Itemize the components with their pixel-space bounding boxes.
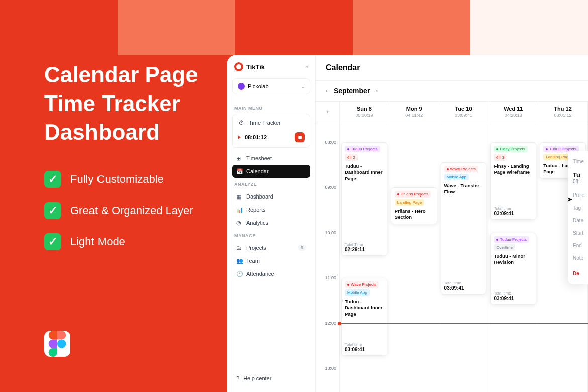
cursor-icon: ➤ — [567, 195, 573, 203]
background-stripes — [0, 0, 588, 55]
calendar-event[interactable]: Wave Projects Mobile App Wave - Transfer… — [441, 162, 487, 295]
tag-icon: 🏷 — [347, 155, 352, 160]
section-label: MAIN MENU — [232, 106, 310, 111]
timer-icon: ⏱ — [239, 120, 245, 126]
sidebar-item-time-tracker[interactable]: ⏱Time Tracker — [235, 116, 308, 129]
feature-item: ✓Great & Organized Layer — [44, 202, 198, 219]
logo-mark-icon — [234, 62, 243, 71]
day-column-tue[interactable]: Wave Projects Mobile App Wave - Transfer… — [439, 122, 489, 392]
time-axis: 08:00 09:00 10:00 11:00 12:00 13:00 — [316, 122, 340, 392]
day-header[interactable]: Thu 1208:01:12 — [538, 102, 588, 122]
day-column-wed[interactable]: Finsy Projects 🏷 3 Finsy - Landing Page … — [488, 122, 538, 392]
event-detail-popup[interactable]: Time Tu 08: Proje Tag Date Start End Not… — [568, 151, 588, 284]
play-icon — [238, 135, 241, 139]
sidebar-item-projects[interactable]: 🗂Projects9 — [232, 241, 310, 254]
sidebar-item-team[interactable]: 👥Team — [232, 254, 310, 267]
help-center-link[interactable]: ?Help center — [232, 372, 310, 385]
hero-title: Calendar Page Time Tracker Dashboard — [44, 60, 198, 147]
check-icon: ✓ — [44, 171, 61, 188]
sidebar-item-analytics[interactable]: ◔Analytics — [232, 216, 310, 229]
projects-icon: 🗂 — [236, 245, 242, 251]
prev-month-button[interactable]: ‹ — [326, 87, 328, 94]
collapse-icon[interactable]: « — [305, 64, 308, 70]
day-column-sun[interactable]: Tuduu Projects 🏷 2 Tuduu - Dashboard Inn… — [340, 122, 389, 392]
projects-count-badge: 9 — [298, 245, 306, 251]
dashboard-icon: ▦ — [236, 193, 242, 200]
attendance-icon: 🕐 — [236, 271, 242, 277]
calendar-event[interactable]: Tuduu Projects Overtime Tuduu - Minor Re… — [490, 233, 536, 305]
sidebar-item-timesheet[interactable]: ⊞Timesheet — [232, 152, 310, 165]
feature-item: ✓Fully Customizable — [44, 171, 198, 188]
delete-button[interactable]: De — [573, 271, 583, 276]
analytics-icon: ◔ — [236, 220, 242, 226]
sidebar-item-calendar[interactable]: 📅Calendar — [232, 165, 310, 178]
section-label: MANAGE — [232, 233, 310, 238]
next-month-button[interactable]: › — [376, 87, 378, 94]
workspace-selector[interactable]: Pickolab ⌄ — [232, 78, 310, 94]
app-logo: TikTik « — [232, 62, 310, 71]
app-window: TikTik « Pickolab ⌄ MAIN MENU ⏱Time Trac… — [227, 55, 588, 392]
prev-week-button[interactable]: ‹ — [327, 108, 329, 115]
main-content: Calendar ‹ September › ‹ Sun 805:00:19 M… — [316, 55, 588, 392]
hero-section: Calendar Page Time Tracker Dashboard ✓Fu… — [44, 60, 198, 250]
sidebar-item-dashboard[interactable]: ▦Dashboard — [232, 190, 310, 203]
calendar-grid: 08:00 09:00 10:00 11:00 12:00 13:00 Tudu… — [316, 122, 588, 392]
section-label: ANALYZE — [232, 182, 310, 187]
time-tracker-box: ⏱Time Tracker 08:01:12 — [232, 114, 310, 148]
workspace-icon — [238, 83, 245, 90]
day-header[interactable]: Mon 904:11:42 — [389, 102, 439, 122]
check-icon: ✓ — [44, 233, 61, 250]
chevron-down-icon: ⌄ — [301, 84, 305, 89]
day-header[interactable]: Tue 1003:09:41 — [439, 102, 489, 122]
current-time-indicator — [340, 323, 588, 324]
month-label: September — [334, 87, 370, 95]
sidebar-item-reports[interactable]: 📊Reports — [232, 203, 310, 216]
feature-item: ✓Light Mode — [44, 233, 198, 250]
team-icon: 👥 — [236, 258, 242, 264]
sidebar: TikTik « Pickolab ⌄ MAIN MENU ⏱Time Trac… — [227, 55, 316, 392]
help-icon: ? — [236, 375, 239, 381]
month-navigator: ‹ September › — [316, 81, 588, 101]
sidebar-item-attendance[interactable]: 🕐Attendance — [232, 267, 310, 280]
calendar-icon: 📅 — [236, 168, 242, 174]
svg-point-0 — [57, 339, 66, 348]
calendar-event[interactable]: Wave Projects Mobile App Tuduu - Dashboa… — [341, 278, 387, 356]
stop-button[interactable] — [295, 132, 305, 142]
active-timer[interactable]: 08:01:12 — [235, 129, 308, 145]
figma-icon — [44, 331, 70, 357]
timesheet-icon: ⊞ — [236, 155, 242, 161]
calendar-event[interactable]: Prilans Projects Landing Page Prilans - … — [391, 187, 437, 224]
check-icon: ✓ — [44, 202, 61, 219]
days-header: ‹ Sun 805:00:19 Mon 904:11:42 Tue 1003:0… — [316, 101, 588, 122]
tag-icon: 🏷 — [496, 155, 501, 160]
day-header[interactable]: Sun 805:00:19 — [340, 102, 389, 122]
calendar-event[interactable]: Tuduu Projects 🏷 2 Tuduu - Dashboard Inn… — [341, 142, 387, 256]
reports-icon: 📊 — [236, 207, 242, 213]
page-title: Calendar — [316, 55, 588, 81]
calendar-event[interactable]: Finsy Projects 🏷 3 Finsy - Landing Page … — [490, 142, 536, 220]
day-column-mon[interactable]: Prilans Projects Landing Page Prilans - … — [389, 122, 439, 392]
day-header[interactable]: Wed 1104:20:18 — [488, 102, 538, 122]
